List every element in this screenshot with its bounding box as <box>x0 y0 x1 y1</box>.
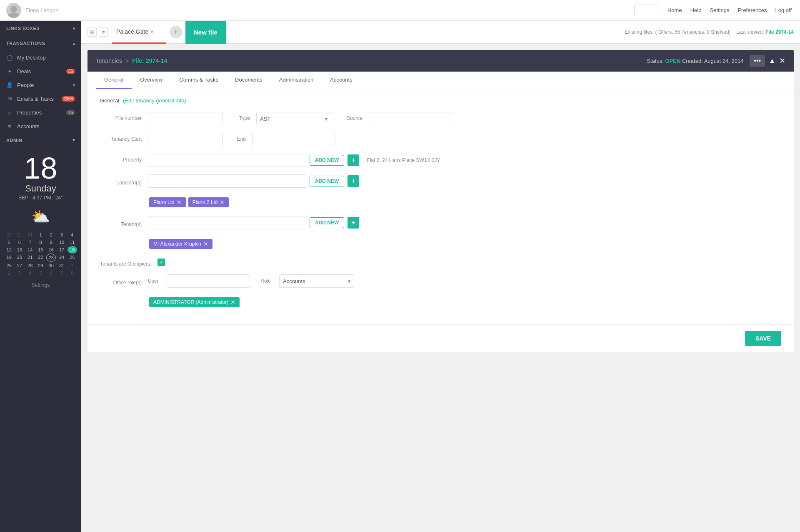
save-button[interactable]: SAVE <box>745 331 781 346</box>
role-select-wrapper: Accounts <box>279 274 354 288</box>
tab-administration[interactable]: Administration <box>271 72 322 89</box>
properties-icon: ⌂ <box>6 109 13 116</box>
property-input[interactable] <box>148 154 306 167</box>
landlord-label: Landlord(s) <box>100 177 142 186</box>
app-body: LINKS BOXES ▾ TRANSACTIONS ▴ ◯ My Deskto… <box>0 21 800 532</box>
tab-overview[interactable]: Overview <box>132 72 171 89</box>
office-role-tag-0: ADMINISTRATOR (Administrator) ✕ <box>149 297 240 307</box>
role-select[interactable]: Accounts <box>279 274 354 288</box>
landlord-field-group: ADD NEW + <box>148 174 359 188</box>
calendar: 29 31 31 1 2 3 4 5 6 7 8 9 10 11 12 13 1… <box>0 229 81 279</box>
property-add-new-button[interactable]: ADD NEW <box>310 155 344 166</box>
svg-point-0 <box>10 6 17 12</box>
remove-landlord-1[interactable]: ✕ <box>220 199 225 206</box>
people-icon: 👤 <box>6 82 13 88</box>
chevron-down-icon: ▾ <box>73 26 75 31</box>
tab-general[interactable]: General <box>96 72 132 89</box>
sidebar: LINKS BOXES ▾ TRANSACTIONS ▴ ◯ My Deskto… <box>0 21 81 532</box>
add-tab-button[interactable]: + <box>170 26 182 38</box>
property-label: Property <box>100 154 142 163</box>
sidebar-settings[interactable]: Settings <box>0 279 81 291</box>
source-input[interactable] <box>369 112 452 125</box>
breadcrumb: Tenancies > File: 2974-14 <box>96 57 167 64</box>
sidebar-item-mydesktop[interactable]: ◯ My Desktop <box>0 51 81 65</box>
file-bar: ⊞ ≡ Palace Gate ▾ + New file Existing fi… <box>81 21 800 44</box>
accounts-icon: ≡ <box>6 123 13 129</box>
existing-files-info: Existing files: ( Offers, 55 Tenancies, … <box>625 29 794 35</box>
tab-accounts[interactable]: Accounts <box>322 72 360 89</box>
sidebar-item-accounts[interactable]: ≡ Accounts <box>0 119 81 133</box>
source-label: Source <box>338 112 362 121</box>
form-section-title: General (Edit tenancy general info) <box>100 97 781 104</box>
tenant-tags: Mr Alexander Krupkin ✕ <box>148 238 214 250</box>
file-tab[interactable]: Palace Gate ▾ <box>112 21 166 44</box>
tenancy-end-input[interactable] <box>252 133 335 146</box>
nav-settings[interactable]: Settings <box>710 7 729 13</box>
deals-badge: 55 <box>66 69 75 74</box>
chevron-down-icon: ▾ <box>150 28 153 35</box>
form-row-dates: Tenancy Start End <box>100 133 781 146</box>
sidebar-item-deals[interactable]: ✦ Deals 55 <box>0 65 81 78</box>
edit-section-link[interactable]: (Edit tenancy general info) <box>123 97 186 104</box>
close-button[interactable]: ✕ <box>779 56 785 65</box>
links-boxes-header[interactable]: LINKS BOXES ▾ <box>0 21 81 36</box>
header-actions: ••• ▲ ✕ <box>750 55 785 67</box>
form-footer: SAVE <box>88 324 794 352</box>
transactions-header[interactable]: TRANSACTIONS ▴ <box>0 36 81 51</box>
admin-header[interactable]: ADMIN ▾ <box>6 137 75 143</box>
expand-button[interactable]: ▲ <box>768 57 776 65</box>
deals-icon: ✦ <box>6 68 13 75</box>
remove-landlord-0[interactable]: ✕ <box>177 199 182 206</box>
form-row-occupiers: Tenants are Occupiers: <box>100 258 781 267</box>
nav-help[interactable]: Help <box>690 7 702 13</box>
tab-comms-tasks[interactable]: Comms & Tasks <box>171 72 227 89</box>
tenant-add-plus-button[interactable]: + <box>348 217 359 229</box>
landlord-add-plus-button[interactable]: + <box>348 175 359 187</box>
landlord-add-new-button[interactable]: ADD NEW <box>310 176 344 186</box>
nav-logoff[interactable]: Log off <box>775 7 792 13</box>
file-number-input[interactable] <box>148 112 223 125</box>
nav-home[interactable]: Home <box>668 7 682 13</box>
view-icons: ⊞ ≡ <box>88 27 108 37</box>
grid-view-icon[interactable]: ⊞ <box>88 27 97 37</box>
type-select-wrapper: AST <box>256 112 331 125</box>
weather-icon: ⛅ <box>0 208 81 226</box>
sidebar-item-people[interactable]: 👤 People ▾ <box>0 78 81 92</box>
remove-role-0[interactable]: ✕ <box>230 299 235 306</box>
tenant-add-new-button[interactable]: ADD NEW <box>310 217 344 228</box>
person-icon: ◯ <box>6 55 13 61</box>
date-display: 18 Sunday SEP · 4:37 PM · 24° <box>0 149 81 205</box>
user-input[interactable] <box>167 274 250 288</box>
landlord-tag-1: Plano 2 Ltd ✕ <box>188 197 229 207</box>
tabs: General Overview Comms & Tasks Documents… <box>88 72 794 89</box>
landlord-input[interactable] <box>148 174 306 188</box>
calendar-week-row4: 26 27 28 29 30 31 1 <box>4 262 77 269</box>
sidebar-item-emailstasks[interactable]: ✉ Emails & Tasks 2368 <box>0 92 81 106</box>
nav-preferences[interactable]: Preferences <box>738 7 767 13</box>
search-input[interactable] <box>634 5 659 16</box>
property-field-group: ADD NEW + Flat 2, 24 Hans Place SW1X 0JY <box>148 154 440 167</box>
admin-section: ADMIN ▾ <box>0 133 81 149</box>
emails-badge: 2368 <box>62 96 75 102</box>
top-nav: Fiona Langon Home Help Settings Preferen… <box>0 0 800 21</box>
type-select[interactable]: AST <box>256 112 331 125</box>
property-hint: Flat 2, 24 Hans Place SW1X 0JY <box>367 157 440 163</box>
tenancy-start-input[interactable] <box>148 133 223 146</box>
main-content: ⊞ ≡ Palace Gate ▾ + New file Existing fi… <box>81 21 800 532</box>
more-options-button[interactable]: ••• <box>750 55 765 67</box>
tab-documents[interactable]: Documents <box>227 72 271 89</box>
sidebar-item-properties[interactable]: ⌂ Properties 25 <box>0 106 81 119</box>
calendar-week-row2: 12 13 14 15 16 17 18 <box>4 246 77 254</box>
chevron-down-icon: ▾ <box>72 137 75 143</box>
tenant-input[interactable] <box>148 216 306 229</box>
list-view-icon[interactable]: ≡ <box>99 27 108 37</box>
email-icon: ✉ <box>6 96 13 102</box>
calendar-week-row5: 2 3 4 5 6 7 8 <box>4 269 77 277</box>
chevron-up-icon: ▴ <box>73 41 75 46</box>
occupiers-checkbox[interactable] <box>158 259 165 266</box>
new-file-button[interactable]: New file <box>185 21 226 44</box>
avatar <box>6 3 21 18</box>
file-header: Tenancies > File: 2974-14 Status: OPEN C… <box>88 50 794 72</box>
remove-tenant-0[interactable]: ✕ <box>203 241 208 247</box>
property-add-plus-button[interactable]: + <box>348 154 359 166</box>
